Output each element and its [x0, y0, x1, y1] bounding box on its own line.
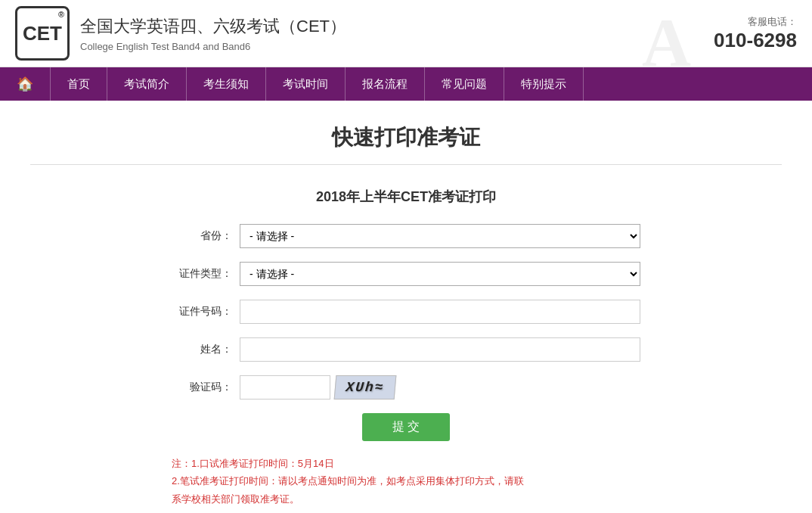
captcha-inputs: XUh≈	[240, 375, 640, 400]
nav-faq[interactable]: 常见问题	[425, 67, 504, 101]
nav-process[interactable]: 报名流程	[346, 67, 425, 101]
form-container: 2018年上半年CET准考证打印 省份 - 请选择 - 证件类型 - 请选择 -…	[172, 188, 640, 508]
title-divider	[30, 164, 782, 165]
nav-special-label: 特别提示	[521, 77, 566, 92]
main-nav: 🏠 首页 考试简介 考生须知 考试时间 报名流程 常见问题 特别提示	[0, 67, 812, 101]
home-icon: 🏠	[17, 76, 33, 92]
site-subtitle: College English Test Band4 and Band6	[80, 41, 346, 52]
site-title: 全国大学英语四、六级考试（CET）	[80, 15, 346, 38]
nav-intro-label: 考试简介	[124, 77, 169, 92]
nav-process-label: 报名流程	[362, 77, 408, 92]
submit-button[interactable]: 提 交	[362, 413, 450, 441]
note-line-2: 2.笔试准考证打印时间：请以考点通知时间为准，如考点采用集体打印方式，请联	[172, 472, 640, 490]
cert-no-input[interactable]	[240, 300, 640, 324]
page-title: 快速打印准考证	[30, 123, 782, 152]
captcha-label: 验证码	[172, 381, 232, 394]
name-row: 姓名	[172, 337, 640, 362]
nav-notice[interactable]: 考生须知	[187, 67, 266, 101]
cert-no-label: 证件号码	[172, 305, 232, 319]
notes-section: 注：1.口试准考证打印时间：5月14日 2.笔试准考证打印时间：请以考点通知时间…	[172, 455, 640, 508]
nav-index-label: 首页	[67, 77, 90, 92]
nav-index[interactable]: 首页	[51, 67, 107, 101]
captcha-input[interactable]	[240, 375, 330, 400]
captcha-image[interactable]: XUh≈	[334, 375, 397, 400]
province-row: 省份 - 请选择 -	[172, 224, 640, 248]
service-label: 客服电话：	[714, 15, 797, 29]
name-input[interactable]	[240, 337, 640, 362]
nav-notice-label: 考生须知	[203, 77, 249, 92]
header-titles: 全国大学英语四、六级考试（CET） College English Test B…	[80, 15, 346, 52]
nav-faq-label: 常见问题	[442, 77, 487, 92]
cert-type-row: 证件类型 - 请选择 -	[172, 262, 640, 286]
cert-no-row: 证件号码	[172, 300, 640, 324]
logo-reg: ®	[58, 10, 64, 19]
nav-intro[interactable]: 考试简介	[107, 67, 187, 101]
cert-type-select[interactable]: - 请选择 -	[240, 262, 640, 286]
main-content: 快速打印准考证 2018年上半年CET准考证打印 省份 - 请选择 - 证件类型…	[0, 101, 812, 513]
header-left: CET ® 全国大学英语四、六级考试（CET） College English …	[15, 6, 346, 61]
province-select[interactable]: - 请选择 -	[240, 224, 640, 248]
submit-row: 提 交	[172, 413, 640, 441]
nav-schedule-label: 考试时间	[283, 77, 328, 92]
name-label: 姓名	[172, 343, 232, 356]
province-label: 省份	[172, 229, 232, 243]
nav-home[interactable]: 🏠	[0, 67, 51, 101]
nav-schedule[interactable]: 考试时间	[266, 67, 346, 101]
header-right: 客服电话： 010-6298	[714, 15, 797, 52]
nav-special[interactable]: 特别提示	[504, 67, 584, 101]
logo-text: CET	[23, 22, 62, 45]
captcha-row: 验证码 XUh≈	[172, 375, 640, 400]
note-line-1: 注：1.口试准考证打印时间：5月14日	[172, 455, 640, 472]
note-line-3: 系学校相关部门领取准考证。	[172, 490, 640, 508]
form-subtitle: 2018年上半年CET准考证打印	[172, 188, 640, 206]
logo: CET ®	[15, 6, 70, 61]
cert-type-label: 证件类型	[172, 267, 232, 281]
site-header: CET ® 全国大学英语四、六级考试（CET） College English …	[0, 0, 812, 67]
phone-number: 010-6298	[714, 29, 797, 52]
